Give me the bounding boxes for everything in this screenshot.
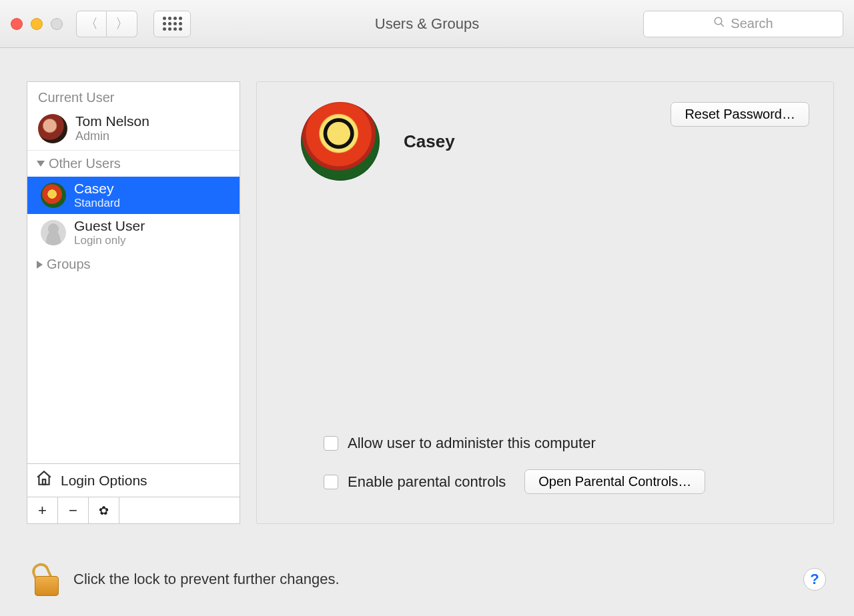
enable-parental-label: Enable parental controls <box>348 473 506 491</box>
login-options-label: Login Options <box>61 473 147 489</box>
search-placeholder: Search <box>731 16 773 31</box>
plus-icon: + <box>38 502 47 519</box>
groups-disclosure[interactable]: Groups <box>27 251 240 277</box>
user-avatar[interactable] <box>301 102 380 181</box>
user-detail-panel: Casey Reset Password… Allow user to admi… <box>256 81 834 524</box>
titlebar: 〈 〉 Users & Groups Search <box>0 0 854 48</box>
content-area: Current User Tom Nelson Admin Other User… <box>0 48 854 537</box>
user-role: Standard <box>74 197 120 210</box>
enable-parental-checkbox-row[interactable]: Enable parental controls <box>324 473 506 491</box>
footer: Click the lock to prevent further change… <box>0 549 854 616</box>
current-user-row[interactable]: Tom Nelson Admin <box>27 109 240 150</box>
search-icon <box>713 16 725 31</box>
zoom-window-button <box>51 18 63 30</box>
minimize-window-button[interactable] <box>31 18 43 30</box>
avatar <box>41 183 66 208</box>
login-options-button[interactable]: Login Options <box>27 463 240 497</box>
other-users-label: Other Users <box>49 156 121 171</box>
lock-hint-text: Click the lock to prevent further change… <box>73 571 340 588</box>
chevron-right-icon: 〉 <box>115 15 129 33</box>
remove-user-button[interactable]: − <box>58 497 89 523</box>
avatar <box>41 220 66 245</box>
allow-admin-checkbox-row[interactable]: Allow user to administer this computer <box>324 435 809 452</box>
actions-menu-button[interactable]: ✿ <box>89 497 119 523</box>
allow-admin-checkbox[interactable] <box>324 436 338 451</box>
nav-buttons: 〈 〉 <box>76 11 137 37</box>
current-user-role: Admin <box>75 129 149 143</box>
avatar <box>38 114 67 143</box>
chevron-down-icon <box>37 161 45 167</box>
sidebar-toolbar: + − ✿ <box>27 497 240 523</box>
svg-line-1 <box>721 23 725 27</box>
show-all-button[interactable] <box>153 11 191 37</box>
user-list-sidebar: Current User Tom Nelson Admin Other User… <box>27 81 240 524</box>
user-name: Guest User <box>74 218 145 234</box>
grid-icon <box>163 17 182 31</box>
minus-icon: − <box>69 502 77 519</box>
enable-parental-checkbox[interactable] <box>324 475 338 489</box>
current-user-name: Tom Nelson <box>75 113 149 129</box>
groups-label: Groups <box>47 257 91 272</box>
window-title: Users & Groups <box>375 15 480 33</box>
house-icon <box>35 469 53 491</box>
window-controls <box>11 18 63 30</box>
detail-user-name: Casey <box>404 131 455 152</box>
lock-button[interactable] <box>35 563 60 596</box>
add-user-button[interactable]: + <box>27 497 58 523</box>
open-parental-controls-button[interactable]: Open Parental Controls… <box>524 469 705 494</box>
user-role: Login only <box>74 234 145 247</box>
allow-admin-label: Allow user to administer this computer <box>348 435 596 452</box>
reset-password-button[interactable]: Reset Password… <box>671 102 809 127</box>
user-options: Allow user to administer this computer E… <box>281 435 809 503</box>
help-icon: ? <box>810 571 819 588</box>
forward-button[interactable]: 〉 <box>107 11 137 37</box>
close-window-button[interactable] <box>11 18 23 30</box>
gear-icon: ✿ <box>99 503 109 518</box>
user-name: Casey <box>74 181 120 197</box>
help-button[interactable]: ? <box>803 568 826 591</box>
sidebar-item-guest[interactable]: Guest User Login only <box>27 214 240 251</box>
current-user-section-label: Current User <box>27 82 240 109</box>
sidebar-item-casey[interactable]: Casey Standard <box>27 177 240 214</box>
chevron-right-icon <box>37 261 43 269</box>
detail-header: Casey Reset Password… <box>281 102 809 181</box>
back-button[interactable]: 〈 <box>76 11 107 37</box>
svg-point-0 <box>715 17 723 25</box>
search-input[interactable]: Search <box>643 11 843 37</box>
chevron-left-icon: 〈 <box>85 15 98 33</box>
svg-rect-2 <box>43 479 45 485</box>
other-users-disclosure[interactable]: Other Users <box>27 150 240 177</box>
